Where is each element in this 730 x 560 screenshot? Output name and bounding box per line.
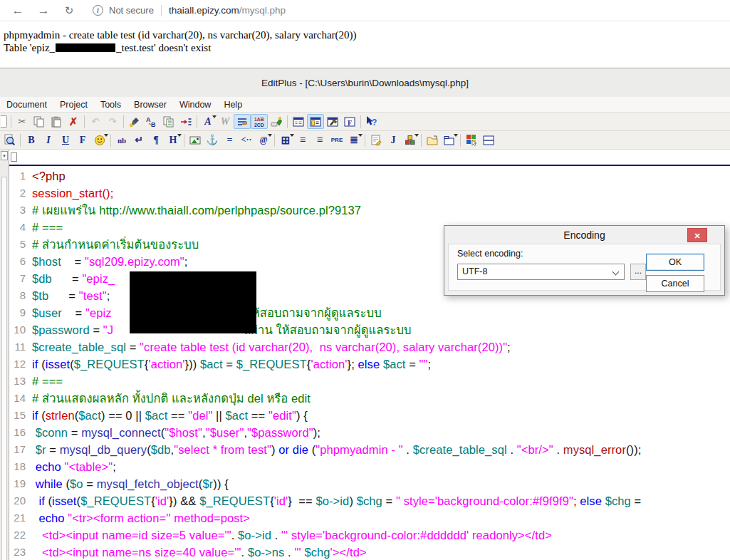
image-icon[interactable] xyxy=(187,133,204,147)
menu-project[interactable]: Project xyxy=(53,98,94,111)
code-line[interactable]: 23 <td><input name=ns size=40 value='". … xyxy=(9,544,730,560)
url-divider xyxy=(161,5,162,16)
anchor-icon[interactable]: ⚓ xyxy=(204,133,221,147)
script-icon[interactable] xyxy=(367,133,385,147)
code-line[interactable]: 15if (strlen($act) == 0 || $act == "del"… xyxy=(9,407,730,424)
menu-help[interactable]: Help xyxy=(217,98,249,111)
horizontal-rule-icon[interactable]: = xyxy=(221,133,238,147)
cliptext-combo-icon[interactable]: ▾ xyxy=(1,151,8,160)
line-number: 13 xyxy=(9,373,32,390)
chevron-down-icon[interactable] xyxy=(612,269,620,276)
not-secure-label[interactable]: Not secure xyxy=(109,5,154,16)
code-line[interactable]: 18 echo "<table>"; xyxy=(9,458,730,475)
underline-icon[interactable]: U xyxy=(57,133,74,147)
cliptext-panel-collapsed[interactable]: ▾ xyxy=(0,150,9,560)
marker-icon[interactable] xyxy=(268,114,285,129)
svg-text:1AB: 1AB xyxy=(254,117,264,122)
windows-logo-icon[interactable] xyxy=(463,133,480,147)
line-number: 20 xyxy=(9,492,32,509)
code-text: $tb = "test"; xyxy=(32,287,110,304)
document-folder-icon[interactable] xyxy=(424,133,441,147)
paste-icon[interactable] xyxy=(48,114,65,129)
forward-icon[interactable]: → xyxy=(36,4,51,18)
reload-icon[interactable]: ↻ xyxy=(61,4,77,17)
font-tag-icon[interactable]: F xyxy=(74,133,91,147)
smiley-icon[interactable] xyxy=(91,133,108,147)
table-icon[interactable]: ⊞ xyxy=(277,133,294,147)
code-line[interactable]: 1<?php xyxy=(9,167,730,185)
copy-icon[interactable] xyxy=(31,114,48,129)
encoding-combobox[interactable]: UTF-8 xyxy=(457,264,625,280)
paragraph-icon[interactable]: ¶ xyxy=(147,133,165,147)
objects-icon[interactable] xyxy=(402,133,419,147)
toggle-function-list-icon[interactable]: F xyxy=(341,114,358,129)
editor-main: ----+----1----+----2----+----3----+----4… xyxy=(9,150,730,560)
back-icon[interactable]: ← xyxy=(10,4,26,18)
address-bar[interactable]: thaiall.epizy.com/mysql.php xyxy=(169,5,286,16)
code-line[interactable]: 12if (isset($_REQUEST{'action'})) $act =… xyxy=(9,356,730,373)
line-number: 16 xyxy=(9,424,32,441)
close-icon[interactable]: ✕ xyxy=(687,228,707,242)
code-line[interactable]: 17 $r = mysql_db_query($db,"select * fro… xyxy=(9,441,730,458)
url-host[interactable]: thaiall.epizy.com xyxy=(169,5,239,16)
line-number: 7 xyxy=(9,270,32,287)
code-line[interactable]: 2session_start(); xyxy=(9,185,730,202)
info-icon[interactable]: i xyxy=(93,5,103,16)
browse-encodings-button[interactable]: ... xyxy=(630,264,646,280)
code-line[interactable]: 3# เผยแพร่ใน http://www.thaiall.com/perl… xyxy=(9,202,730,219)
code-line[interactable]: 20 if (isset($_REQUEST{'id'}) && $_REQUE… xyxy=(9,492,730,509)
code-line[interactable]: 21 echo "<tr><form action='' method=post… xyxy=(9,509,730,527)
find-icon[interactable] xyxy=(126,114,143,129)
toolbar-separator xyxy=(110,134,111,147)
browser-preview-icon[interactable] xyxy=(1,133,18,147)
menu-document[interactable]: Document xyxy=(0,98,53,111)
code-line[interactable]: 11$create_table_sql = "create table test… xyxy=(9,338,730,356)
goto-line-icon[interactable] xyxy=(177,114,194,129)
undo-icon[interactable]: ↶ xyxy=(87,114,104,129)
align-right-icon[interactable]: ≡ xyxy=(311,133,328,147)
tag-icon[interactable]: <·· xyxy=(238,133,255,147)
code-line[interactable]: 9$user = "epizช้ ให้สอบถามจากผู้ดูแลระบบ xyxy=(9,304,730,321)
code-line[interactable]: 19 while ($o = mysql_fetch_object($r)) { xyxy=(9,475,730,492)
redo-icon[interactable]: ↷ xyxy=(104,114,121,129)
nonbreaking-space-icon[interactable]: nb xyxy=(113,133,130,147)
code-line[interactable]: 16 $conn = mysql_connect("$host","$user"… xyxy=(9,424,730,441)
font-icon[interactable]: A xyxy=(199,114,217,129)
ok-button[interactable]: OK xyxy=(646,254,704,271)
find-in-files-icon[interactable] xyxy=(160,114,177,129)
italic-icon[interactable]: I xyxy=(40,133,57,147)
context-help-icon[interactable]: ? xyxy=(363,114,380,129)
menu-browser[interactable]: Browser xyxy=(127,98,173,111)
document-tabs-icon[interactable] xyxy=(441,133,458,147)
toggle-cliptext-icon[interactable] xyxy=(307,114,324,129)
delete-icon[interactable]: ✗ xyxy=(65,114,82,129)
preformatted-icon[interactable]: PRE xyxy=(328,133,345,147)
code-line[interactable]: 22 <td><input name=id size=5 value='". $… xyxy=(9,527,730,544)
url-path[interactable]: /mysql.php xyxy=(239,5,286,16)
line-number: 10 xyxy=(9,321,32,338)
cancel-button[interactable]: Cancel xyxy=(646,275,704,292)
line-break-icon[interactable]: ↵ xyxy=(130,133,147,147)
sort-icon[interactable]: 1AB2CD xyxy=(251,114,268,129)
bold-icon[interactable]: B xyxy=(23,133,40,147)
fullwidth-icon[interactable]: W xyxy=(217,114,234,129)
toggle-output-window-icon[interactable] xyxy=(324,114,341,129)
menu-tools[interactable]: Tools xyxy=(94,98,127,111)
screen: { "browser": { "security_label": "Not se… xyxy=(0,0,730,560)
menu-window[interactable]: Window xyxy=(173,98,217,111)
code-line[interactable]: 10$password = "Jสผ่าน ให้สอบถามจากผู้ดูแ… xyxy=(9,321,730,338)
code-line[interactable]: 13# === xyxy=(9,373,730,390)
heading-icon[interactable]: H xyxy=(165,133,182,147)
toggle-doc-selector-icon[interactable] xyxy=(290,114,307,129)
split-window-icon[interactable] xyxy=(480,133,497,147)
list-icon[interactable]: ≣ xyxy=(345,133,363,147)
word-wrap-icon[interactable] xyxy=(234,114,251,129)
new-document-icon[interactable] xyxy=(1,115,7,128)
java-applet-icon[interactable]: J xyxy=(385,133,402,147)
email-link-icon[interactable]: @ xyxy=(255,133,272,147)
cut-icon[interactable]: ✂ xyxy=(14,114,31,129)
align-center-icon[interactable]: ≡ xyxy=(294,133,311,147)
line-number: 5 xyxy=(9,236,32,253)
replace-icon[interactable]: AB xyxy=(143,114,160,129)
code-line[interactable]: 14# ส่วนแสดงผลหลัก ทั้งปกติ และหลังกดปุ่… xyxy=(9,390,730,407)
